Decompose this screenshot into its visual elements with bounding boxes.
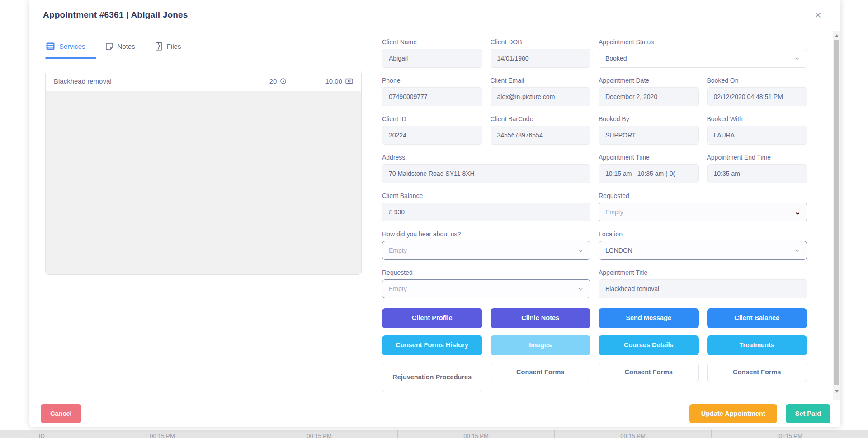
tab-underline	[45, 58, 362, 58]
location-dropdown[interactable]: LONDON	[599, 241, 807, 260]
client-profile-button[interactable]: Client Profile	[382, 308, 482, 328]
requested-dropdown[interactable]: Empty	[382, 279, 590, 298]
field-location: LocationLONDON	[599, 231, 807, 260]
tab-label: Notes	[118, 42, 135, 50]
field-booked-by: Booked BySUPPORT	[599, 115, 699, 145]
appointment-status-dropdown[interactable]: Booked	[599, 49, 807, 68]
client-id-input[interactable]: 20224	[382, 126, 482, 145]
field-label: Client ID	[382, 115, 482, 122]
field-value: LAURA	[714, 132, 801, 139]
field-label: Phone	[382, 77, 482, 84]
field-value: December 2, 2020	[605, 93, 692, 100]
tab-notes[interactable]: Notes	[105, 42, 135, 58]
field-label: Appointment Status	[599, 38, 807, 46]
booked-with-input[interactable]: LAURA	[707, 126, 807, 145]
client-balance-button[interactable]: Client Balance	[707, 308, 807, 328]
consent-forms-history-button[interactable]: Consent Forms History	[382, 335, 482, 355]
appointment-time-input[interactable]: 10:15 am - 10:35 am ( 0(	[599, 164, 699, 183]
services-icon	[46, 42, 55, 50]
consent-forms-button[interactable]: Consent Forms	[707, 363, 807, 382]
calendar-column-header: 00:15 PM	[711, 430, 868, 438]
modal-body: ServicesNotesFiles Blackhead removal 20	[29, 30, 840, 400]
address-input[interactable]: 70 Maidstone Road SY11 8XH	[382, 164, 590, 183]
modal-scrollbar[interactable]	[833, 31, 840, 400]
footer-right-actions: Update Appointment Set Paid	[689, 404, 830, 423]
client-barcode-input[interactable]: 3455678976554	[491, 126, 591, 145]
field-value: 70 Maidstone Road SY11 8XH	[389, 170, 584, 177]
field-value: SUPPORT	[605, 132, 692, 139]
update-appointment-button[interactable]: Update Appointment	[689, 404, 777, 423]
client-name-input[interactable]: Abigail	[382, 49, 482, 68]
calendar-column-header: 00:15 PM	[397, 430, 554, 438]
clinic-notes-button[interactable]: Clinic Notes	[491, 308, 591, 328]
scroll-up-icon[interactable]	[833, 32, 840, 39]
field-label: Booked By	[599, 115, 699, 122]
service-duration-value: 20	[269, 77, 277, 85]
field-value: 20224	[389, 132, 476, 139]
field-label: Appointment Title	[599, 269, 807, 276]
chevron-down-icon	[794, 56, 800, 61]
field-value: 10:35 am	[714, 170, 801, 177]
field-appointment-time: Appointment Time10:15 am - 10:35 am ( 0(	[599, 154, 699, 183]
calendar-column-header: 00:15 PM	[84, 430, 241, 438]
consent-forms-button[interactable]: Consent Forms	[599, 363, 699, 382]
calendar-column-header: ID	[0, 430, 84, 438]
clock-icon	[280, 78, 287, 85]
tab-services[interactable]: Services	[46, 42, 85, 58]
images-button[interactable]: Images	[491, 335, 591, 355]
appointment-end-time-input[interactable]: 10:35 am	[707, 164, 807, 183]
field-appointment-date: Appointment DateDecember 2, 2020	[599, 77, 699, 106]
rejuvenation-procedures-button[interactable]: Rejuvenation Procedures	[382, 363, 482, 392]
scrollbar-thumb[interactable]	[834, 40, 839, 385]
phone-input[interactable]: 07490009777	[382, 87, 482, 106]
field-appointment-status: Appointment StatusBooked	[599, 38, 807, 68]
tab-files[interactable]: Files	[155, 42, 181, 58]
service-price: 10.00	[325, 77, 353, 85]
client-balance-input[interactable]: £ 930	[382, 203, 590, 221]
field-requested: RequestedEmpty	[382, 269, 590, 298]
how-did-you-hear-about-us-dropdown[interactable]: Empty	[382, 241, 590, 260]
services-panel: ServicesNotesFiles Blackhead removal 20	[29, 30, 362, 400]
field-value: 3455678976554	[497, 132, 584, 139]
booked-by-input[interactable]: SUPPORT	[599, 126, 699, 145]
field-value: 10:15 am - 10:35 am ( 0(	[605, 170, 692, 177]
set-paid-button[interactable]: Set Paid	[786, 404, 830, 423]
send-message-button[interactable]: Send Message	[599, 308, 699, 328]
field-appointment-title: Appointment TitleBlackhead removal	[599, 269, 807, 298]
cash-icon	[345, 78, 353, 85]
booked-on-input[interactable]: 02/12/2020 04:48:51 PM	[707, 87, 807, 106]
tab-bar: ServicesNotesFiles	[45, 42, 362, 58]
chevron-down-icon	[578, 286, 584, 292]
field-label: Appointment End Time	[707, 154, 807, 161]
appointment-date-input[interactable]: December 2, 2020	[599, 87, 699, 106]
client-email-input[interactable]: alex@in-picture.com	[491, 87, 591, 106]
appointment-title-input[interactable]: Blackhead removal	[599, 279, 807, 298]
requested-dropdown[interactable]: Empty⌄	[599, 203, 807, 221]
close-icon[interactable]: ×	[815, 9, 821, 21]
field-value: Empty	[605, 208, 792, 216]
field-phone: Phone07490009777	[382, 77, 482, 106]
notes-icon	[105, 42, 113, 51]
field-value: Blackhead removal	[605, 285, 800, 292]
field-client-dob: Client DOB14/01/1980	[491, 38, 591, 68]
treatments-button[interactable]: Treatments	[707, 335, 807, 355]
field-label: Appointment Time	[599, 154, 699, 161]
field-appointment-end-time: Appointment End Time10:35 am	[707, 154, 807, 183]
service-price-value: 10.00	[325, 77, 342, 85]
scroll-down-icon[interactable]	[833, 387, 840, 395]
courses-details-button[interactable]: Courses Details	[599, 335, 699, 355]
consent-forms-button[interactable]: Consent Forms	[491, 363, 591, 382]
client-dob-input[interactable]: 14/01/1980	[491, 49, 591, 68]
field-label: How did you hear about us?	[382, 231, 590, 238]
service-row[interactable]: Blackhead removal 20 10.00	[46, 71, 361, 91]
field-label: Location	[599, 231, 807, 238]
field-label: Address	[382, 154, 590, 161]
field-client-name: Client NameAbigail	[382, 38, 482, 68]
field-client-barcode: Client BarCode3455678976554	[491, 115, 591, 145]
calendar-column-header: 00:15 PM	[241, 430, 397, 438]
cancel-button[interactable]: Cancel	[41, 404, 81, 423]
tab-label: Files	[167, 42, 181, 50]
field-value: Empty	[389, 285, 574, 292]
modal-title: Appointment #6361 | Abigail Jones	[43, 10, 188, 20]
files-icon	[155, 42, 162, 51]
